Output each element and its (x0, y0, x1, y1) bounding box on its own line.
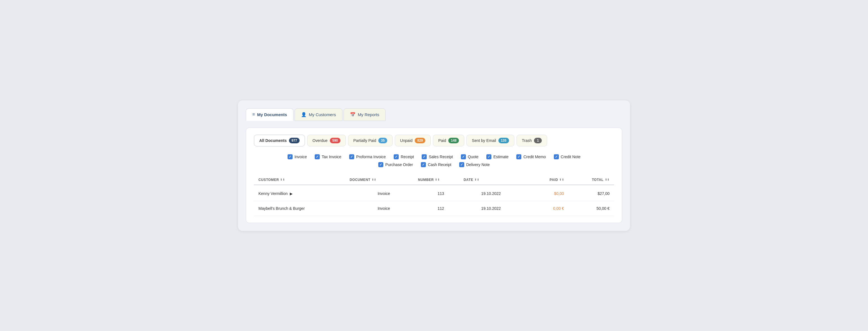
filter-overdue-badge: 590 (330, 138, 340, 143)
checkbox-credit-memo-label: Credit Memo (523, 155, 546, 159)
checkbox-sales-receipt[interactable]: Sales Receipt (422, 154, 453, 159)
checkbox-invoice-label: Invoice (294, 155, 307, 159)
col-header-paid[interactable]: PAID ⬆⬇ (518, 178, 564, 182)
cell-date-1: 19.10.2022 (464, 206, 518, 211)
sort-date-icon: ⬆⬇ (474, 178, 479, 181)
main-card: All Documents 977 Overdue 590 Partially … (246, 128, 622, 223)
filter-trash-label: Trash (522, 138, 532, 143)
checkbox-invoice-box (287, 154, 292, 159)
checkbox-cash-receipt-label: Cash Receipt (428, 162, 452, 167)
customers-icon: 👤 (301, 112, 307, 117)
cursor-icon: ▶ (290, 192, 292, 196)
checkbox-proforma-invoice[interactable]: Proforma Invoice (349, 154, 386, 159)
col-header-document[interactable]: DOCUMENT ⬆⬇ (350, 178, 418, 182)
cell-document-0: Invoice (350, 191, 418, 196)
filter-tab-bar: All Documents 977 Overdue 590 Partially … (254, 135, 614, 146)
filter-unpaid-badge: 829 (415, 138, 425, 143)
checkbox-delivery-note[interactable]: Delivery Note (459, 162, 490, 167)
filter-all-badge: 977 (289, 138, 300, 143)
filter-tab-paid[interactable]: Paid 148 (433, 135, 464, 146)
col-header-date[interactable]: DATE ⬆⬇ (464, 178, 518, 182)
col-header-customer[interactable]: CUSTOMER ⬆⬇ (258, 178, 350, 182)
checkbox-proforma-invoice-label: Proforma Invoice (356, 155, 386, 159)
checkbox-tax-invoice-box (315, 154, 320, 159)
checkbox-credit-memo-box (516, 154, 521, 159)
filter-partially-paid-label: Partially Paid (353, 138, 376, 143)
filter-tab-unpaid[interactable]: Unpaid 829 (395, 135, 431, 146)
col-header-number[interactable]: NUMBER ⬆⬇ (418, 178, 464, 182)
filter-tab-trash[interactable]: Trash 1 (517, 135, 547, 146)
checkbox-row-1: Invoice Tax Invoice Proforma Invoice Rec… (254, 154, 614, 159)
checkbox-tax-invoice-label: Tax Invoice (322, 155, 341, 159)
checkbox-cash-receipt-box (421, 162, 426, 167)
checkbox-sales-receipt-label: Sales Receipt (429, 155, 453, 159)
cell-total-0: $27,00 (564, 191, 610, 196)
filter-tab-sent-by-email[interactable]: Sent by Email 135 (466, 135, 514, 146)
cell-total-1: 50,00 € (564, 206, 610, 211)
filter-trash-badge: 1 (534, 138, 542, 143)
checkbox-cash-receipt[interactable]: Cash Receipt (421, 162, 452, 167)
checkbox-quote-label: Quote (468, 155, 478, 159)
sort-total-icon: ⬆⬇ (605, 178, 610, 181)
filter-paid-label: Paid (438, 138, 446, 143)
tab-my-documents-label: My Documents (257, 112, 287, 117)
list-icon: ≡ (252, 112, 255, 117)
sort-number-icon: ⬆⬇ (435, 178, 440, 181)
sort-document-icon: ⬆⬇ (372, 178, 376, 181)
checkbox-purchase-order[interactable]: Purchase Order (378, 162, 413, 167)
checkbox-credit-note-box (554, 154, 559, 159)
cell-number-1: 112 (418, 206, 464, 211)
col-header-total[interactable]: TOTAL ⬆⬇ (564, 178, 610, 182)
filter-sent-label: Sent by Email (472, 138, 496, 143)
filter-paid-badge: 148 (448, 138, 459, 143)
table-header: CUSTOMER ⬆⬇ DOCUMENT ⬆⬇ NUMBER ⬆⬇ DATE ⬆… (254, 175, 614, 185)
cell-paid-1: 0,00 € (518, 206, 564, 211)
cell-number-0: 113 (418, 191, 464, 196)
checkbox-invoice[interactable]: Invoice (287, 154, 307, 159)
table-row[interactable]: Maybell's Brunch & Burger Invoice 112 19… (254, 201, 614, 216)
checkbox-row-2: Purchase Order Cash Receipt Delivery Not… (254, 162, 614, 167)
checkbox-purchase-order-box (378, 162, 383, 167)
tab-my-reports-label: My Reports (358, 112, 379, 117)
filter-partially-paid-badge: 35 (378, 138, 387, 143)
cell-paid-0: $0,00 (518, 191, 564, 196)
cell-date-0: 19.10.2022 (464, 191, 518, 196)
document-type-filters: Invoice Tax Invoice Proforma Invoice Rec… (254, 154, 614, 167)
filter-tab-overdue[interactable]: Overdue 590 (307, 135, 346, 146)
checkbox-estimate-box (486, 154, 491, 159)
filter-overdue-label: Overdue (312, 138, 328, 143)
checkbox-estimate[interactable]: Estimate (486, 154, 508, 159)
cell-customer-0: Kenny Vermillion ▶ (258, 191, 350, 196)
checkbox-purchase-order-label: Purchase Order (385, 162, 413, 167)
checkbox-quote-box (461, 154, 466, 159)
checkbox-quote[interactable]: Quote (461, 154, 478, 159)
tab-my-reports[interactable]: 📅 My Reports (344, 108, 386, 121)
checkbox-credit-memo[interactable]: Credit Memo (516, 154, 546, 159)
checkbox-delivery-note-label: Delivery Note (466, 162, 490, 167)
filter-tab-all[interactable]: All Documents 977 (254, 135, 305, 146)
sort-paid-icon: ⬆⬇ (559, 178, 564, 181)
checkbox-sales-receipt-box (422, 154, 427, 159)
checkbox-proforma-invoice-box (349, 154, 354, 159)
checkbox-credit-note[interactable]: Credit Note (554, 154, 581, 159)
app-container: ≡ My Documents 👤 My Customers 📅 My Repor… (238, 101, 630, 231)
reports-icon: 📅 (350, 112, 355, 117)
checkbox-receipt[interactable]: Receipt (394, 154, 414, 159)
filter-sent-badge: 135 (498, 138, 509, 143)
tab-my-customers[interactable]: 👤 My Customers (294, 108, 342, 121)
checkbox-estimate-label: Estimate (493, 155, 508, 159)
cell-customer-1: Maybell's Brunch & Burger (258, 206, 350, 211)
sort-customer-icon: ⬆⬇ (280, 178, 285, 181)
filter-tab-partially-paid[interactable]: Partially Paid 35 (348, 135, 393, 146)
tab-my-customers-label: My Customers (309, 112, 336, 117)
documents-table: CUSTOMER ⬆⬇ DOCUMENT ⬆⬇ NUMBER ⬆⬇ DATE ⬆… (254, 175, 614, 216)
tab-my-documents[interactable]: ≡ My Documents (246, 108, 293, 121)
cell-document-1: Invoice (350, 206, 418, 211)
checkbox-tax-invoice[interactable]: Tax Invoice (315, 154, 341, 159)
top-tab-bar: ≡ My Documents 👤 My Customers 📅 My Repor… (246, 108, 622, 121)
filter-unpaid-label: Unpaid (400, 138, 412, 143)
filter-all-label: All Documents (259, 138, 287, 143)
table-row[interactable]: Kenny Vermillion ▶ Invoice 113 19.10.202… (254, 186, 614, 201)
checkbox-delivery-note-box (459, 162, 464, 167)
checkbox-receipt-box (394, 154, 399, 159)
